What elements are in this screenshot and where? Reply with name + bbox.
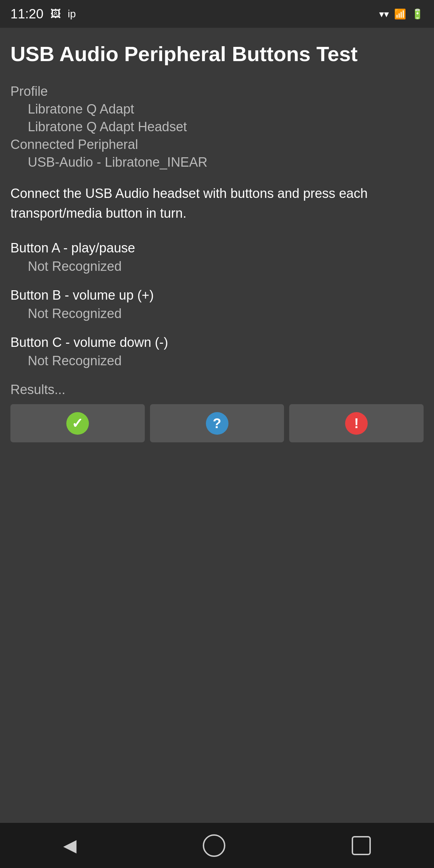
battery-icon: 🔋 [411, 8, 424, 20]
status-bar-right: ▾▾ 📶 🔋 [379, 8, 424, 20]
button-a-label: Button A - play/pause [10, 241, 424, 256]
button-c-section: Button C - volume down (-) Not Recognize… [10, 335, 424, 368]
recents-button[interactable] [345, 829, 378, 862]
button-b-label: Button B - volume up (+) [10, 288, 424, 303]
pass-button[interactable]: ✓ [10, 404, 145, 442]
nav-bar: ◀ [0, 823, 434, 868]
fail-button[interactable]: ! [289, 404, 424, 442]
description-text: Connect the USB Audio headset with butto… [10, 184, 424, 223]
status-bar-left: 11:20 🖼 ip [10, 7, 76, 22]
page-title: USB Audio Peripheral Buttons Test [10, 42, 424, 67]
pass-icon: ✓ [66, 412, 89, 435]
profile-label: Profile [10, 84, 424, 99]
connected-peripheral-label: Connected Peripheral [10, 137, 424, 152]
status-time: 11:20 [10, 7, 43, 22]
status-bar: 11:20 🖼 ip ▾▾ 📶 🔋 [0, 0, 434, 28]
home-button[interactable] [196, 827, 232, 864]
back-button[interactable]: ◀ [56, 828, 83, 862]
results-label: Results... [10, 382, 424, 397]
button-c-label: Button C - volume down (-) [10, 335, 424, 350]
signal-icon: 📶 [394, 8, 406, 20]
button-b-section: Button B - volume up (+) Not Recognized [10, 288, 424, 321]
question-icon: ? [206, 412, 228, 435]
button-c-status: Not Recognized [10, 353, 424, 368]
profile-value-2: Libratone Q Adapt Headset [10, 119, 424, 134]
recents-icon [352, 836, 371, 855]
button-a-section: Button A - play/pause Not Recognized [10, 241, 424, 274]
main-content: USB Audio Peripheral Buttons Test Profil… [0, 28, 434, 823]
ip-label: ip [68, 8, 76, 20]
wifi-icon: ▾▾ [379, 8, 389, 20]
image-icon: 🖼 [50, 8, 61, 20]
button-a-status: Not Recognized [10, 259, 424, 274]
button-b-status: Not Recognized [10, 306, 424, 321]
connected-peripheral-value: USB-Audio - Libratone_INEAR [10, 155, 424, 170]
profile-section: Profile Libratone Q Adapt Libratone Q Ad… [10, 84, 424, 170]
home-icon [203, 834, 225, 857]
back-icon: ◀ [63, 835, 76, 856]
info-button[interactable]: ? [150, 404, 284, 442]
action-buttons-row: ✓ ? ! [10, 404, 424, 442]
exclamation-icon: ! [345, 412, 368, 435]
profile-value-1: Libratone Q Adapt [10, 102, 424, 117]
